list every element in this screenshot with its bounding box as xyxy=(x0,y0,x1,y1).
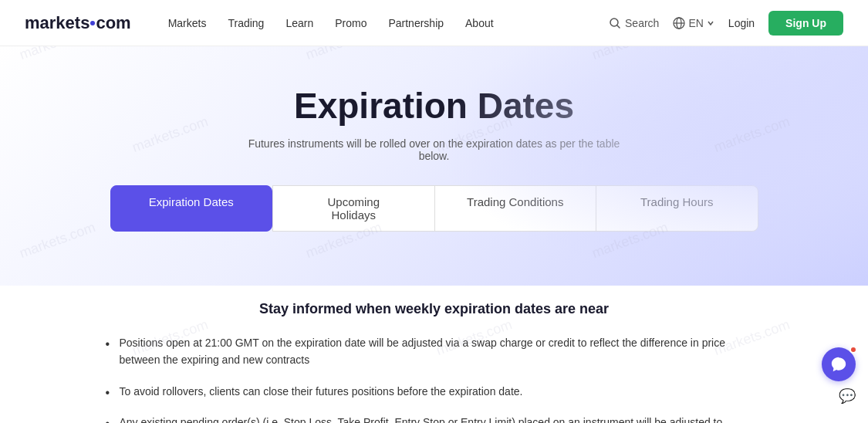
search-area[interactable]: Search xyxy=(610,17,659,29)
bullet-item-1: Positions open at 21:00 GMT on the expir… xyxy=(103,334,766,369)
tab-bar: Expiration Dates Upcoming Holidays Tradi… xyxy=(110,185,758,232)
content-section-title: Stay informed when weekly expiration dat… xyxy=(103,301,766,317)
logo[interactable]: marketscom xyxy=(25,13,131,33)
nav-trading[interactable]: Trading xyxy=(228,17,264,29)
svg-line-1 xyxy=(617,25,620,28)
main-content: Stay informed when weekly expiration dat… xyxy=(87,286,782,423)
tab-expiration-dates[interactable]: Expiration Dates xyxy=(110,185,273,232)
bullet-item-3: Any existing pending order(s) (i.e. Stop… xyxy=(103,414,766,423)
bullet-list: Positions open at 21:00 GMT on the expir… xyxy=(103,334,766,423)
tab-upcoming-holidays[interactable]: Upcoming Holidays xyxy=(272,185,435,232)
chat-bubble-container xyxy=(822,347,856,381)
signup-button[interactable]: Sign Up xyxy=(768,11,843,36)
comment-icon[interactable]: 💬 xyxy=(839,387,856,404)
nav-right: Search EN Login Sign Up xyxy=(610,11,843,36)
login-button[interactable]: Login xyxy=(728,17,755,29)
hero-section: Expiration Dates Futures instruments wil… xyxy=(0,46,868,286)
chat-widget: 💬 xyxy=(822,347,856,404)
nav-promo[interactable]: Promo xyxy=(335,17,366,29)
lang-selector[interactable]: EN xyxy=(673,17,714,29)
tab-trading-hours[interactable]: Trading Hours xyxy=(596,185,758,232)
nav-markets[interactable]: Markets xyxy=(168,17,207,29)
nav-partnership[interactable]: Partnership xyxy=(388,17,444,29)
search-label: Search xyxy=(625,17,659,29)
bullet-item-2: To avoid rollovers, clients can close th… xyxy=(103,383,766,400)
chat-notification-dot xyxy=(849,346,857,354)
nav-links: Markets Trading Learn Promo Partnership … xyxy=(168,17,610,29)
nav-about[interactable]: About xyxy=(465,17,494,29)
globe-icon xyxy=(673,17,685,29)
chat-icon xyxy=(830,356,847,373)
nav-learn[interactable]: Learn xyxy=(285,17,313,29)
hero-subtitle: Futures instruments will be rolled over … xyxy=(241,137,627,162)
search-icon xyxy=(610,18,620,29)
navbar: marketscom Markets Trading Learn Promo P… xyxy=(0,0,868,46)
chevron-down-icon xyxy=(707,19,714,27)
tab-trading-conditions[interactable]: Trading Conditions xyxy=(435,185,597,232)
lang-label: EN xyxy=(688,17,703,29)
page-title: Expiration Dates xyxy=(15,85,853,127)
